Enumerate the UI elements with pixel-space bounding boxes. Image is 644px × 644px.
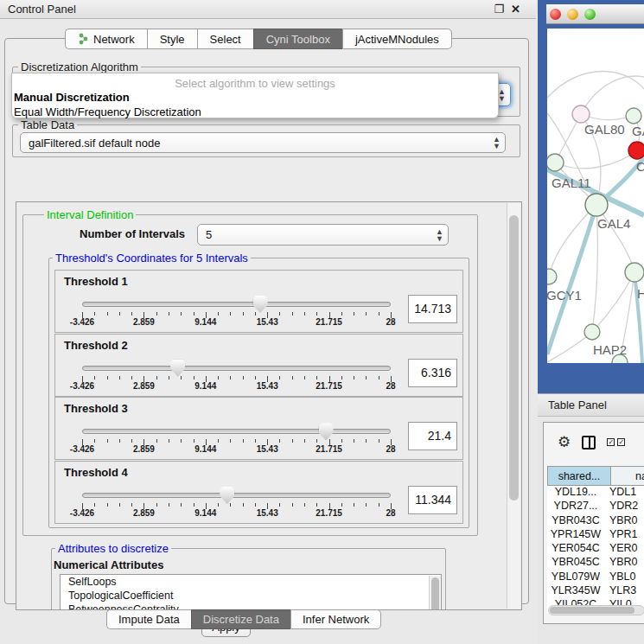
algorithm-option-manual-discretization[interactable]: Manual Discretization xyxy=(12,90,498,105)
combo-stepper-icon[interactable]: ▲▼ xyxy=(436,228,443,242)
select-columns-icon[interactable]: ✓ ✓ xyxy=(607,438,625,446)
table-row[interactable]: YBR043CYBR0 xyxy=(547,514,644,528)
table-cell[interactable]: YER0 xyxy=(604,542,644,556)
table-row[interactable]: YER054CYER0 xyxy=(547,542,644,556)
slider-thumb[interactable] xyxy=(220,487,234,504)
minimize-traffic-light-icon[interactable] xyxy=(567,9,578,20)
tab-infer-network[interactable]: Infer Network xyxy=(290,609,381,629)
tab-style[interactable]: Style xyxy=(147,29,197,49)
table-cell[interactable]: YDR2 xyxy=(604,500,644,513)
attributes-scrollbar-thumb[interactable] xyxy=(431,577,439,609)
attribute-list-item[interactable]: SelfLoops xyxy=(61,575,441,589)
slider-thumb[interactable] xyxy=(170,360,185,377)
network-node[interactable] xyxy=(628,142,644,159)
table-row[interactable]: YLR345WYLR3 xyxy=(547,584,644,598)
network-node[interactable] xyxy=(585,194,608,216)
table-cell[interactable]: YBR045C xyxy=(547,556,604,570)
numerical-attributes-label: Numerical Attributes xyxy=(54,558,163,571)
network-node[interactable] xyxy=(547,269,557,284)
table-row[interactable]: YDL19...YDL1 xyxy=(547,486,644,500)
threshold-value-field[interactable]: 11.344 xyxy=(408,486,457,514)
table-cell[interactable]: YBL0 xyxy=(604,571,644,584)
slider-thumb[interactable] xyxy=(319,423,334,440)
attribute-list-item[interactable]: BetweennessCentrality xyxy=(61,603,441,609)
table-cell[interactable]: YBR043C xyxy=(547,514,604,528)
slider-tick-label: 28 xyxy=(369,508,412,518)
column-layout-icon[interactable] xyxy=(582,436,596,450)
table-column-header[interactable]: shared... xyxy=(547,466,611,486)
slider-tick-label: 9.144 xyxy=(184,381,227,391)
network-edge[interactable] xyxy=(549,205,596,277)
algorithm-option-equal-width-frequency-discretization[interactable]: Equal Width/Frequency Discretization xyxy=(12,105,498,119)
table-cell[interactable]: YPR145W xyxy=(547,528,604,542)
zoom-traffic-light-icon[interactable] xyxy=(584,9,596,20)
table-cell[interactable]: YPR1 xyxy=(604,528,644,542)
number-of-intervals-combobox[interactable]: 5 ▲▼ xyxy=(197,224,449,245)
combo-stepper-icon[interactable]: ▲▼ xyxy=(498,88,506,102)
network-node[interactable] xyxy=(572,105,590,123)
attribute-list-item[interactable]: TopologicalCoefficient xyxy=(61,589,441,603)
threshold-value-field[interactable]: 6.316 xyxy=(408,359,457,387)
close-traffic-light-icon[interactable] xyxy=(550,9,561,20)
slider-tick-label: 21.715 xyxy=(308,381,351,391)
table-cell[interactable]: YBL079W xyxy=(547,571,604,584)
slider-tick xyxy=(230,312,231,316)
slider-tick xyxy=(107,312,108,316)
slider-tick xyxy=(354,312,354,316)
table-row[interactable]: YBL079WYBL0 xyxy=(547,571,644,584)
table-cell[interactable]: YDL1 xyxy=(604,486,644,500)
slider-track[interactable] xyxy=(82,429,391,434)
table-settings-gear-icon[interactable]: ⚙ xyxy=(558,433,571,451)
attributes-scrollbar[interactable] xyxy=(429,576,441,609)
network-edge[interactable] xyxy=(555,150,637,169)
table-row[interactable]: YPR145WYPR1 xyxy=(547,528,644,542)
slider-tick xyxy=(169,439,169,443)
table-cell[interactable]: YLR3 xyxy=(604,584,644,598)
network-node[interactable] xyxy=(625,263,644,282)
table-cell[interactable]: YER054C xyxy=(547,542,604,556)
table-column-header[interactable]: na xyxy=(611,466,644,486)
table-row[interactable]: YBR045CYBR0 xyxy=(547,556,644,570)
slider-tick xyxy=(131,376,132,379)
tab-impute-data[interactable]: Impute Data xyxy=(106,609,191,629)
network-edge[interactable] xyxy=(592,272,634,332)
float-window-icon[interactable]: ❐ xyxy=(494,3,504,16)
table-cell[interactable]: YDR27... xyxy=(547,500,604,513)
combo-stepper-icon[interactable]: ▲▼ xyxy=(493,136,501,150)
table-cell[interactable]: YBR0 xyxy=(604,514,644,528)
slider-tick xyxy=(230,376,231,379)
table-cell[interactable]: YBR0 xyxy=(604,556,644,570)
thresholds-group-title: Threshold's Coordinates for 5 Intervals xyxy=(53,252,251,265)
close-panel-icon[interactable]: ✕ xyxy=(511,3,520,16)
slider-track[interactable] xyxy=(82,493,391,498)
threshold-value-field[interactable]: 14.713 xyxy=(408,295,457,323)
slider-thumb[interactable] xyxy=(253,296,268,313)
network-canvas[interactable]: GAL80GACGAL11GAL4GCY1HHAP2 xyxy=(547,29,644,363)
tab-jactivemnodules[interactable]: jActiveMNodules xyxy=(342,29,452,49)
slider-tick xyxy=(292,439,293,443)
checkbox-icon: ✓ xyxy=(607,438,615,446)
slider-tick xyxy=(366,439,367,443)
network-window-titlebar[interactable] xyxy=(546,4,644,24)
tab-select[interactable]: Select xyxy=(197,29,253,49)
tab-cyni-toolbox[interactable]: Cyni Toolbox xyxy=(253,29,342,49)
table-cell[interactable]: YLR345W xyxy=(547,584,604,598)
network-node[interactable] xyxy=(584,324,600,340)
table-panel-body: ⚙ ✓ ✓ shared...na YDL19...YDL1YDR27...YD… xyxy=(538,417,644,644)
numerical-attributes-list[interactable]: SelfLoopsTopologicalCoefficientBetweenne… xyxy=(60,574,442,609)
slider-track[interactable] xyxy=(82,366,391,371)
top-tabstrip: NetworkStyleSelectCyni ToolboxjActiveMNo… xyxy=(65,29,452,49)
network-node[interactable] xyxy=(626,108,641,124)
network-node[interactable] xyxy=(547,154,564,171)
slider-track[interactable] xyxy=(82,302,391,307)
tab-network[interactable]: Network xyxy=(65,29,147,49)
threshold-value-field[interactable]: 21.4 xyxy=(408,422,457,450)
table-hscrollbar-thumb[interactable] xyxy=(550,607,634,614)
settings-vscrollbar-thumb[interactable] xyxy=(509,215,519,501)
table-data-combobox[interactable]: galFiltered.sif default node ▲▼ xyxy=(20,132,506,153)
table-row[interactable]: YDR27...YDR2 xyxy=(547,500,644,513)
table-hscrollbar[interactable] xyxy=(548,605,644,615)
settings-vscrollbar[interactable] xyxy=(507,203,520,609)
tab-discretize-data[interactable]: Discretize Data xyxy=(191,609,290,629)
table-cell[interactable]: YDL19... xyxy=(547,486,604,500)
